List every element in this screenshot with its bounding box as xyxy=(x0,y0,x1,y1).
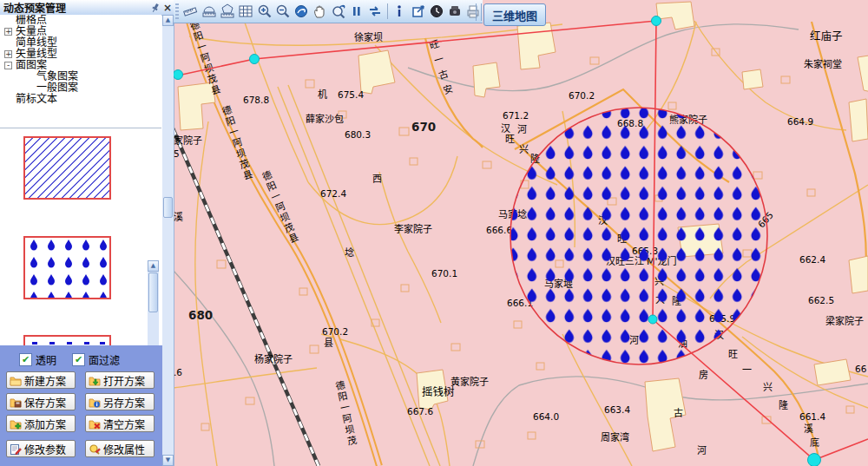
application-window: 徐家坝红庙子朱家祠堂678.8机675.4薛家沙包680.3670670.266… xyxy=(0,0,868,466)
edit-params-icon xyxy=(10,443,22,455)
tree-item-arrow-text[interactable]: 箭标文本 xyxy=(0,94,161,105)
save-plan-button[interactable]: 保存方案 xyxy=(6,393,76,410)
map-toolbar xyxy=(174,0,483,23)
zoom-previous-icon[interactable] xyxy=(329,3,347,20)
clear-plan-button[interactable]: 清空方案 xyxy=(85,415,155,432)
tree-item-label: 箭标文本 xyxy=(15,94,57,105)
export-icon[interactable] xyxy=(409,3,427,20)
tree-expander[interactable]: + xyxy=(4,50,12,58)
scroll-up-arrow[interactable]: ▲ xyxy=(148,260,159,272)
pattern-preview-list: ▲ ▼ xyxy=(0,128,161,345)
close-icon[interactable]: × xyxy=(161,2,174,14)
map-background xyxy=(174,0,868,466)
scrollbar-thumb[interactable] xyxy=(163,197,173,218)
face-filter-checkbox[interactable]: ✔面过滤 xyxy=(72,352,120,367)
tree-item-area-patterns[interactable]: -面图案 xyxy=(0,60,161,71)
measure-height-icon[interactable] xyxy=(200,3,218,20)
folder-new-icon xyxy=(10,375,22,386)
checkbox-label: 面过滤 xyxy=(89,352,120,367)
panel-scrollbar[interactable]: ▲ ▼ xyxy=(162,15,174,466)
folder-open-icon xyxy=(89,375,101,386)
refresh-swap-icon[interactable] xyxy=(366,3,385,20)
zoom-in-icon[interactable] xyxy=(255,3,273,20)
scrollbar-thumb[interactable] xyxy=(148,272,158,312)
measure-distance-icon[interactable] xyxy=(181,3,200,20)
checkbox-check-icon: ✔ xyxy=(72,353,85,366)
transparent-checkbox[interactable]: ✔透明 xyxy=(19,352,56,367)
layer-tree: 栅格点 +矢量点 简单线型 +矢量线型 -面图案 气象图案 一般图案 箭标文本 xyxy=(0,15,161,128)
info-icon[interactable] xyxy=(391,3,409,20)
history-clock-icon[interactable] xyxy=(427,3,445,20)
folder-save-icon xyxy=(10,397,22,408)
edit-props-icon xyxy=(89,443,101,455)
checkbox-label: 透明 xyxy=(36,352,56,367)
full-extent-icon[interactable] xyxy=(292,3,310,20)
measure-area-icon[interactable] xyxy=(218,3,236,20)
checkbox-check-icon: ✔ xyxy=(19,353,32,366)
plan-controls-panel: ✔透明 ✔面过滤 新建方案 打开方案 保存方案 另存方案 添加方案 清空方案 修… xyxy=(0,345,162,466)
map-base-layer xyxy=(174,0,868,466)
save-as-plan-button[interactable]: 另存方案 xyxy=(85,393,155,410)
toolbar-grip[interactable] xyxy=(175,3,179,19)
map-canvas[interactable]: 徐家坝红庙子朱家祠堂678.8机675.4薛家沙包680.3670670.266… xyxy=(174,0,868,466)
rain-drop-swatch[interactable] xyxy=(23,236,111,299)
zoom-out-icon[interactable] xyxy=(273,3,292,20)
scroll-down-arrow[interactable]: ▼ xyxy=(162,455,174,466)
map-3d-button[interactable]: 三维地图 xyxy=(483,3,546,26)
modify-props-button[interactable]: 修改属性 xyxy=(85,440,155,457)
pause-icon[interactable] xyxy=(347,3,365,20)
add-plan-button[interactable]: 添加方案 xyxy=(6,415,76,432)
snapshot-icon[interactable] xyxy=(446,3,464,20)
pin-icon[interactable] xyxy=(149,2,161,14)
pan-hand-icon[interactable] xyxy=(311,3,329,20)
new-plan-button[interactable]: 新建方案 xyxy=(6,371,76,389)
toolbar-separator xyxy=(476,3,482,21)
tree-item-weather-patterns[interactable]: 气象图案 xyxy=(0,71,161,82)
diagonal-hatch-swatch[interactable] xyxy=(23,136,111,200)
open-plan-button[interactable]: 打开方案 xyxy=(85,371,155,389)
tree-expander[interactable]: - xyxy=(4,62,12,69)
folder-clear-icon xyxy=(89,418,101,430)
scroll-up-arrow[interactable]: ▲ xyxy=(162,15,174,26)
plan-manager-panel: 动态预案管理 × 栅格点 +矢量点 简单线型 +矢量线型 -面图案 气象图案 一… xyxy=(0,0,174,466)
folder-add-icon xyxy=(10,418,22,430)
modify-params-button[interactable]: 修改参数 xyxy=(6,440,76,457)
folder-saveas-icon xyxy=(89,397,101,408)
panel-title-bar: 动态预案管理 × xyxy=(0,0,174,16)
toolbar-separator xyxy=(387,3,388,19)
panel-title: 动态预案管理 xyxy=(0,0,149,15)
tree-expander[interactable]: + xyxy=(4,28,12,36)
grid-icon[interactable] xyxy=(237,3,255,20)
